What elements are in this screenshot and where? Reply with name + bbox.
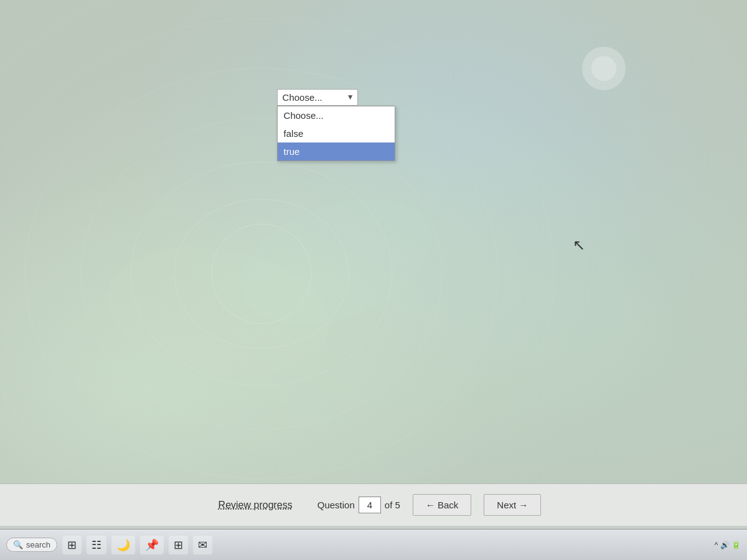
taskbar-browser[interactable]: 🌙	[111, 536, 135, 554]
taskbar-system-tray: ^ 🔊 🔋	[715, 541, 741, 549]
answer-dropdown-wrapper[interactable]: Choose... false true ▼ Choose... false t…	[277, 89, 358, 106]
taskbar-left: 🔍 search ⊞ ☷ 🌙 📌 ⊞ ✉	[6, 536, 212, 554]
apps-icon: ⊞	[174, 538, 183, 552]
main-content-area: 00:00 When using substitution to solve a…	[0, 0, 747, 485]
question-label: Question	[317, 500, 355, 510]
app-window: 00:00 When using substitution to solve a…	[0, 0, 747, 560]
question-counter: Question 4 of 5	[317, 497, 400, 513]
taskbar-search[interactable]: 🔍 search	[6, 538, 57, 552]
dropdown-open-list: Choose... false true	[277, 106, 395, 161]
answer-dropdown[interactable]: Choose... false true	[277, 89, 358, 106]
taskbar-start-button[interactable]: ⊞	[62, 536, 82, 554]
taskbar-pinned1[interactable]: 📌	[140, 536, 164, 554]
dropdown-item-false[interactable]: false	[278, 124, 395, 142]
dropdown-item-true[interactable]: true	[278, 142, 395, 161]
browser-icon: 🌙	[116, 538, 130, 552]
of-label: of 5	[385, 500, 400, 510]
bottom-toolbar: Review progress Question 4 of 5 ← Back N…	[0, 483, 747, 526]
task-view-icon: ☷	[92, 538, 101, 552]
review-progress-button[interactable]: Review progress	[206, 493, 305, 517]
taskbar-task-view[interactable]: ☷	[87, 536, 106, 554]
taskbar-mail[interactable]: ✉	[193, 536, 212, 554]
search-label: search	[26, 540, 50, 549]
dropdown-item-choose[interactable]: Choose...	[278, 106, 395, 124]
taskbar-right: ^ 🔊 🔋	[715, 541, 741, 549]
search-icon: 🔍	[13, 540, 23, 549]
next-button[interactable]: Next →	[484, 494, 541, 516]
back-button[interactable]: ← Back	[413, 494, 472, 516]
background-swirl	[0, 0, 747, 485]
windows-icon: ⊞	[67, 538, 77, 552]
taskbar-apps[interactable]: ⊞	[169, 536, 188, 554]
pinned-icon-1: 📌	[145, 538, 159, 552]
windows-taskbar: 🔍 search ⊞ ☷ 🌙 📌 ⊞ ✉ ^ 🔊 🔋	[0, 529, 747, 560]
question-number: 4	[359, 497, 381, 513]
mail-icon: ✉	[198, 538, 207, 552]
